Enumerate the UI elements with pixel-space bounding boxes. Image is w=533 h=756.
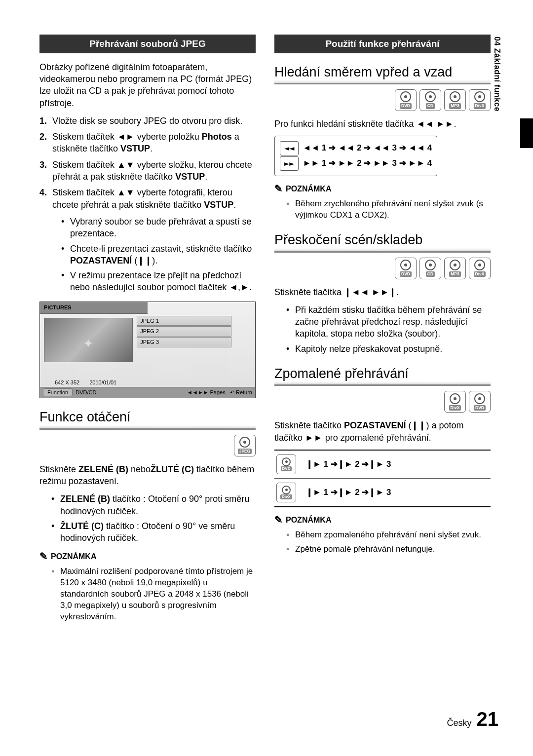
format-badge: DVD [469,391,491,413]
pictures-screenshot: PICTURES JPEG 1 JPEG 2 JPEG 3 642 X 352 … [39,302,256,399]
slow-speed-table: DVD ❙► 1 ➔❙► 2 ➔❙► 3 DivX ❙► 1 ➔❙► 2 ➔❙►… [274,450,491,507]
thumb-index-tab [520,118,533,148]
note-heading: POZNÁMKA [51,551,96,562]
format-badge: DVD [395,258,417,279]
note-icon: ✎ [39,550,48,563]
format-badge: MP3 [444,258,466,279]
format-badge: DVD [276,454,296,474]
format-badge: CD [419,89,441,111]
skip-heading: Přeskočení scén/skladeb [274,231,491,252]
rotation-intro: Stiskněte ZELENÉ (B) neboŽLUTÉ (C) tlačí… [39,463,256,488]
format-badge: DivX [444,391,466,413]
section-bar-jpeg: Přehrávání souborů JPEG [39,35,256,53]
footer-language: Česky [447,717,471,729]
slow-sequence: ❙► 1 ➔❙► 2 ➔❙► 3 [306,459,391,470]
rotation-heading: Funkce otáčení [39,408,256,429]
file-item: JPEG 3 [137,337,231,347]
step-3: Stiskem tlačítek ▲▼ vyberte složku, kter… [52,159,256,183]
format-badge: CD [419,258,441,279]
function-button: Function [43,388,73,396]
note-text: Maximální rozlišení podporované tímto př… [60,566,256,623]
skip-bullet2: Kapitoly nelze přeskakovat postupně. [295,343,442,355]
jpeg-steps: 1.Vložte disk se soubory JPEG do otvoru … [39,115,256,211]
format-badge: DivX [469,258,491,279]
slow-sequence: ❙► 1 ➔❙► 2 ➔❙► 3 [306,487,391,498]
search-note: Během zrychleného přehrávání není slyšet… [295,198,491,221]
skip-intro: Stiskněte tlačítka ❙◄◄ ►►❙. [274,286,491,298]
return-label: Return [236,389,252,395]
note-icon: ✎ [274,182,283,195]
left-column: Přehrávání souborů JPEG Obrázky pořízené… [39,35,256,626]
note-heading: POZNÁMKA [286,184,331,194]
page-number: 21 [477,706,499,732]
format-badge: DivX [276,483,296,502]
screen-source: DVD/CD [76,389,96,395]
jpeg-intro: Obrázky pořízené digitálním fotoaparátem… [39,61,256,109]
format-badge-jpeg: JPEG [234,435,256,456]
step4-sub1: Vybraný soubor se bude přehrávat a spust… [70,216,256,240]
side-tab: 04 Základní funkce [491,35,503,116]
green-rotate: ZELENÉ (B) tlačítko : Otočení o 90° prot… [60,493,256,517]
search-heading: Hledání směrem vpřed a vzad [274,63,491,84]
format-badge: DivX [469,89,491,111]
right-column: Použití funkce přehrávání Hledání směrem… [274,35,503,626]
page-footer: Česky 21 [447,706,498,732]
yellow-rotate: ŽLUTÉ (C) tlačítko : Otočení o 90° ve sm… [60,520,256,544]
note-icon: ✎ [274,513,283,527]
screen-title: PICTURES [40,302,148,314]
step-2: Stiskem tlačítek ◄► vyberte položku Phot… [52,131,256,155]
slow-heading: Zpomalené přehrávání [274,365,491,386]
format-badge: MP3 [444,89,466,111]
slow-note2: Zpětné pomalé přehrávání nefunguje. [295,544,435,555]
slow-note1: Během zpomaleného přehrávání není slyšet… [295,529,481,541]
file-item: JPEG 1 [137,316,231,326]
screen-resolution: 642 X 352 [55,379,79,386]
step4-sub3: V režimu prezentace lze přejít na předch… [70,269,256,294]
slow-intro: Stiskněte tlačítko POZASTAVENÍ (❙❙) a po… [274,419,491,444]
note-heading: POZNÁMKA [286,515,331,526]
skip-bullet1: Při každém stisku tlačítka během přehráv… [295,304,491,340]
step4-sub2: Chcete-li prezentaci zastavit, stiskněte… [70,243,256,267]
step-1: Vložte disk se soubory JPEG do otvoru pr… [52,115,242,127]
forward-icon: ►► [280,156,299,171]
rewind-icon: ◄◄ [280,141,299,155]
file-list: JPEG 1 JPEG 2 JPEG 3 [137,314,255,378]
screen-date: 2010/01/01 [89,379,116,386]
format-badge: DVD [395,89,417,111]
search-speed-box: ◄◄◄◄ 1 ➔ ◄◄ 2 ➔ ◄◄ 3 ➔ ◄◄ 4 ►►►► 1 ➔ ►► … [274,136,437,176]
preview-image [44,318,133,362]
step-4: Stiskem tlačítek ▲▼ vyberte fotografii, … [52,187,256,211]
file-item: JPEG 2 [137,326,231,337]
search-intro: Pro funkci hledání stiskněte tlačítka ◄◄… [274,118,491,130]
section-bar-playback: Použití funkce přehrávání [274,35,491,53]
pages-label: Pages [210,389,226,395]
